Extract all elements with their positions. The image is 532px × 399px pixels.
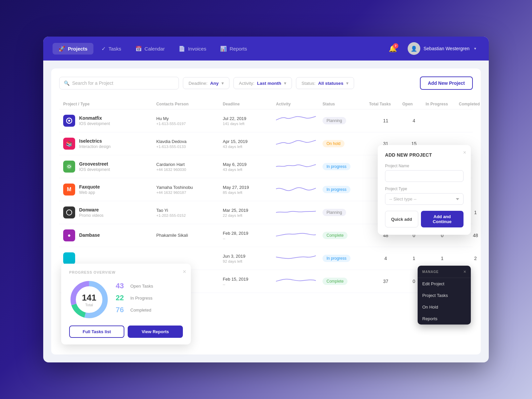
project-type: Interaction design: [79, 144, 111, 149]
stats-list: 43 Open Tasks 22 In Progress 76 Complete…: [116, 282, 183, 318]
manage-item[interactable]: On Hold: [418, 301, 471, 313]
contact-phone: +1-613-555-0133: [156, 145, 223, 149]
status-cell: Complete: [323, 278, 369, 285]
status-badge: In progress: [323, 186, 350, 193]
manage-title: MANAGE: [422, 270, 439, 274]
sparkline-chart: [276, 252, 316, 264]
deadline-cell: Mar 25, 2019 22 days left: [223, 208, 276, 217]
manage-item[interactable]: Reports: [418, 313, 471, 325]
contact-name: Yamaha Toshinobu: [156, 185, 223, 190]
stat-inprogress: 22 In Progress: [116, 294, 183, 302]
notifications-button[interactable]: 🔔 7: [387, 43, 399, 55]
sparkline-chart: [276, 229, 316, 241]
status-badge: In progress: [323, 255, 350, 262]
activity-caret-icon: ▾: [284, 80, 286, 86]
th-open: Open: [402, 102, 426, 106]
status-value: All statuses: [318, 81, 343, 86]
search-input[interactable]: [59, 77, 179, 89]
project-cell: [63, 252, 156, 264]
project-logo: [63, 161, 75, 173]
project-info: Dambase: [79, 232, 100, 238]
status-filter[interactable]: Status: All statuses ▾: [296, 77, 354, 89]
deadline-caret-icon: ▾: [221, 80, 224, 86]
search-icon: 🔍: [64, 80, 69, 86]
activity-label: Activity:: [239, 81, 255, 86]
add-and-continue-button[interactable]: Add and Continue: [421, 211, 464, 227]
open-count: 43: [116, 282, 128, 290]
sparkline-chart: [276, 275, 316, 287]
modal-title: ADD NEW PROJECT: [385, 152, 464, 158]
sparkline-chart: [276, 137, 316, 149]
reports-nav-icon: 📊: [220, 46, 227, 52]
user-menu[interactable]: 👤 Sebastian Westergren ▾: [404, 41, 479, 56]
project-logo: ●: [63, 229, 75, 241]
project-name: Iselectrics: [79, 138, 111, 144]
notif-badge: 7: [393, 43, 398, 49]
contact-cell: Tao Yi +1-202-555-0152: [156, 208, 223, 217]
progress-close-button[interactable]: ×: [183, 268, 186, 275]
nav-reports[interactable]: 📊 Reports: [214, 43, 253, 55]
th-total: Total tasks: [369, 102, 402, 106]
contact-name: Phakamile Sikali: [156, 233, 223, 238]
stat-completed: 76 Completed: [116, 306, 183, 314]
inprogress-tasks: 1: [426, 256, 459, 261]
manage-close-button[interactable]: ×: [464, 269, 466, 274]
nav-calendar[interactable]: 📅 Calendar: [129, 43, 171, 55]
project-cell: 📚 Iselectrics Interaction design: [63, 138, 156, 150]
project-logo: [63, 206, 75, 218]
view-reports-button[interactable]: View Reports: [128, 326, 183, 338]
project-logo: [63, 115, 75, 127]
deadline-cell: Jul 22, 2019 141 days left: [223, 116, 276, 126]
deadline-cell: Feb 28, 2019 --: [223, 231, 276, 240]
deadline-label: Deadline:: [189, 81, 207, 86]
deadline-filter[interactable]: Deadline: Any ▾: [183, 77, 229, 89]
project-name: Groovestreet: [79, 161, 110, 167]
manage-item[interactable]: Project Tasks: [418, 290, 471, 301]
deadline-date: Apr 15, 2019: [223, 139, 276, 144]
projects-icon: 🚀: [59, 46, 65, 52]
sparkline-chart: [276, 183, 316, 195]
manage-item[interactable]: Edit Project: [418, 278, 471, 290]
project-cell: ● Dambase: [63, 229, 156, 241]
project-cell: Groovestreet IOS development: [63, 161, 156, 173]
progress-title: PROGRESS OVERVIEW: [69, 270, 183, 274]
deadline-left: --: [223, 236, 276, 240]
avatar: 👤: [408, 42, 420, 55]
nav-invoices[interactable]: 📄 Invoices: [173, 43, 212, 55]
deadline-date: Jun 3, 2019: [223, 254, 276, 259]
nav-tasks[interactable]: ✓ Tasks: [95, 43, 127, 55]
th-status: Status: [323, 102, 369, 106]
nav-right: 🔔 7 👤 Sebastian Westergren ▾: [387, 41, 479, 56]
deadline-cell: May 27, 2019 85 days left: [223, 185, 276, 195]
deadline-cell: Jun 3, 2019 92 days left: [223, 254, 276, 263]
manage-dropdown: MANAGE × Edit ProjectProject TasksOn Hol…: [418, 266, 471, 325]
project-name: Dambase: [79, 232, 100, 238]
add-new-project-button[interactable]: Add New Project: [420, 76, 473, 90]
full-tasks-list-button[interactable]: Full Tasks list: [69, 326, 124, 338]
total-tasks: 4: [369, 256, 402, 261]
open-tasks: 1: [402, 256, 426, 261]
activity-cell: [276, 114, 323, 127]
project-info: Iselectrics Interaction design: [79, 138, 111, 149]
open-tasks: 4: [402, 118, 426, 123]
nav-calendar-label: Calendar: [145, 46, 165, 52]
main-container: 🚀 Projects ✓ Tasks 📅 Calendar 📄 Invoices…: [43, 37, 489, 362]
open-label: Open Tasks: [130, 284, 153, 289]
donut-chart: 141 Total: [69, 280, 109, 320]
project-name: Donware: [79, 207, 103, 212]
inprogress-count: 22: [116, 294, 128, 302]
contact-name: Klavdia Dedova: [156, 139, 223, 144]
user-name: Sebastian Westergren: [424, 46, 469, 51]
activity-cell: [276, 206, 323, 219]
deadline-date: Feb 28, 2019: [223, 231, 276, 236]
deadline-left: 85 days left: [223, 191, 276, 195]
activity-value: Last month: [257, 81, 281, 86]
tasks-icon: ✓: [101, 46, 106, 52]
nav-projects[interactable]: 🚀 Projects: [53, 43, 93, 55]
project-info: Faxquote Web app: [79, 184, 100, 195]
quick-add-button[interactable]: Quick add: [385, 211, 418, 227]
project-name-input[interactable]: [385, 170, 464, 182]
modal-close-button[interactable]: ×: [463, 150, 466, 156]
project-type-select[interactable]: -- Slect type --: [385, 193, 464, 205]
activity-filter[interactable]: Activity: Last month ▾: [233, 77, 292, 89]
